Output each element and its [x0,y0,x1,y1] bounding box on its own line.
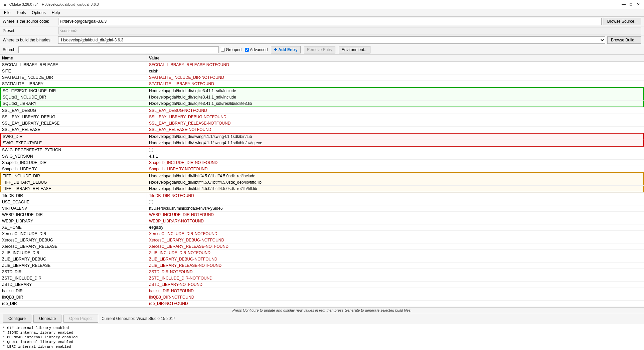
table-row[interactable]: rdb_DIRrdb_DIR-NOTFOUND [0,301,644,307]
plus-icon: ✚ [274,47,277,52]
table-row[interactable]: XercesC_LIBRARY_DEBUGXercesC_LIBRARY_DEB… [0,237,644,243]
menu-bar: File Tools Options Help [0,9,644,17]
row-value [147,147,644,153]
table-row[interactable]: SPATIALITE_LIBRARYSPATIALITE_LIBRARY-NOT… [0,81,644,87]
search-label: Search: [3,47,16,52]
row-value [147,199,644,205]
table-row[interactable]: TIFF_LIBRARY_DEBUGH:/develop/gdal/buid_d… [0,179,644,186]
build-select[interactable]: H:/develop/gdal/buid_dir/gdal-3.6.3 [58,36,605,44]
table-row[interactable]: libQB3_DIRlibQB3_DIR-NOTFOUND [0,294,644,301]
browse-build-button[interactable]: Browse Build... [607,36,641,44]
table-row[interactable]: SSL_EAY_LIBRARY_RELEASESSL_EAY_LIBRARY_R… [0,120,644,127]
table-row[interactable]: ZLIB_LIBRARY_DEBUGZLIB_LIBRARY_DEBUG-NOT… [0,256,644,262]
table-row[interactable]: SITEcuish [0,68,644,74]
row-value: ZLIB_LIBRARY_RELEASE-NOTFOUND [147,262,644,269]
advanced-checkbox[interactable] [245,48,249,52]
table-row[interactable]: XercesC_LIBRARY_RELEASEXercesC_LIBRARY_R… [0,243,644,250]
table-row[interactable]: SWIG_REGENERATE_PYTHON [0,147,644,153]
search-input[interactable] [18,46,219,53]
table-header: Name Value [0,55,644,62]
table-row[interactable]: WEBP_INCLUDE_DIRWEBP_INCLUDE_DIR-NOTFOUN… [0,212,644,218]
table-row[interactable]: ZLIB_INCLUDE_DIRZLIB_INCLUDE_DIR-NOTFOUN… [0,250,644,256]
minimize-button[interactable]: — [621,1,627,7]
row-value: H:/develop/gdal/buid_dir/swing4.1.1/swin… [147,133,644,140]
row-value: ZLIB_LIBRARY_DEBUG-NOTFOUND [147,256,644,262]
table-row[interactable]: SWIG_EXECUTABLEH:/develop/gdal/buid_dir/… [0,140,644,147]
table-row[interactable]: SQLITE3EXT_INCLUDE_DIRH:/develop/gdal/bu… [0,87,644,94]
status-bar: Press Configure to update and display ne… [0,307,644,313]
source-input[interactable] [58,18,602,25]
close-button[interactable]: ✕ [635,1,641,7]
menu-file[interactable]: File [1,10,13,16]
table-row[interactable]: WEBP_LIBRARYWEBP_LIBRARY-NOTFOUND [0,218,644,224]
open-project-button[interactable]: Open Project [63,315,98,323]
menu-options[interactable]: Options [29,10,48,16]
row-name: SSL_EAY_LIBRARY_RELEASE [0,120,147,126]
table-row[interactable]: VIRTUALENVh:/Users/cui.sh/miniconda3/env… [0,205,644,212]
preset-input[interactable] [58,27,641,34]
table-row[interactable]: XercesC_INCLUDE_DIRXercesC_INCLUDE_DIR-N… [0,231,644,237]
log-line: * LERC internal library enabled [3,344,641,349]
table-row[interactable]: SPATIALITE_INCLUDE_DIRSPATIALITE_INCLUDE… [0,74,644,81]
table-row[interactable]: ZSTD_LIBRARYZSTD_LIBRARY-NOTFOUND [0,282,644,288]
row-name: XercesC_LIBRARY_DEBUG [0,237,147,243]
row-value: H:/develop/gdal/buid_dir/libtiff4.5.0/li… [147,186,644,192]
grouped-checkbox-label[interactable]: Grouped [221,47,241,52]
value-header: Value [147,55,644,61]
row-name: SQLite3_INCLUDE_DIR [0,94,147,100]
maximize-button[interactable]: □ [628,1,634,7]
table-row[interactable]: SWIG_DIRH:/develop/gdal/buid_dir/swing4.… [0,133,644,140]
generate-button[interactable]: Generate [33,315,61,323]
table-row[interactable]: TIFF_INCLUDE_DIRH:/develop/gdal/buid_dir… [0,172,644,179]
add-entry-button[interactable]: ✚ Add Entry [271,46,300,53]
table-row[interactable]: ZSTD_DIRZSTD_DIR-NOTFOUND [0,269,644,275]
row-name: XercesC_INCLUDE_DIR [0,231,147,237]
button-bar: Configure Generate Open Project Current … [0,313,644,324]
row-name: SPATIALITE_INCLUDE_DIR [0,74,147,80]
row-name: TIFF_LIBRARY_RELEASE [0,186,147,192]
row-value: h:/Users/cui.sh/miniconda3/envs/PySide6 [147,205,644,211]
table-row[interactable]: SFCGAL_LIBRARY_RELEASESFCGAL_LIBRARY_REL… [0,62,644,68]
table-row[interactable]: ZSTD_INCLUDE_DIRZSTD_INCLUDE_DIR-NOTFOUN… [0,275,644,282]
grouped-checkbox[interactable] [221,48,225,52]
remove-entry-button[interactable]: Remove Entry [304,46,335,53]
title-bar: ▲ CMake 3.26.0-rc4 - H:/develop/gdal/bui… [0,0,644,9]
row-checkbox[interactable] [149,200,153,204]
table-row[interactable]: SSL_EAY_LIBRARY_DEBUGSSL_EAY_LIBRARY_DEB… [0,114,644,120]
table-row[interactable]: SSL_EAY_RELEASESSL_EAY_RELEASE-NOTFOUND [0,127,644,133]
table-row[interactable]: XE_HOME/registry [0,224,644,231]
table-row[interactable]: TileDB_DIRTileDB_DIR-NOTFOUND [0,193,644,199]
table-row[interactable]: SSL_EAY_DEBUGSSL_EAY_DEBUG-NOTFOUND [0,108,644,114]
menu-tools[interactable]: Tools [14,10,28,16]
row-name: libQB3_DIR [0,294,147,300]
build-label: Where to build the binaries: [3,38,56,42]
search-bar: Search: Grouped Advanced ✚ Add Entry Rem… [0,45,644,55]
table-area: Name Value SFCGAL_LIBRARY_RELEASESFCGAL_… [0,55,644,307]
browse-source-button[interactable]: Browse Source... [604,18,641,25]
menu-help[interactable]: Help [49,10,63,16]
advanced-checkbox-label[interactable]: Advanced [245,47,268,52]
table-row[interactable]: SWIG_VERSION4.1.1 [0,153,644,160]
table-row[interactable]: ZLIB_LIBRARY_RELEASEZLIB_LIBRARY_RELEASE… [0,262,644,269]
row-name: rdb_DIR [0,301,147,307]
row-value: ZSTD_LIBRARY-NOTFOUND [147,282,644,288]
row-value: SSL_EAY_RELEASE-NOTFOUND [147,127,644,133]
table-row[interactable]: USE_CCACHE [0,199,644,205]
environment-button[interactable]: Environment... [339,46,370,53]
row-checkbox[interactable] [149,148,153,152]
table-row[interactable]: basisu_DIRbasisu_DIR-NOTFOUND [0,288,644,294]
table-row[interactable]: SQLite3_LIBRARYH:/develop/gdal/buid_dir/… [0,101,644,108]
row-value: 4.1.1 [147,153,644,159]
row-name: SWIG_REGENERATE_PYTHON [0,147,147,153]
row-value: Shapelib_INCLUDE_DIR-NOTFOUND [147,160,644,166]
row-name: SWIG_VERSION [0,153,147,159]
table-row[interactable]: Shapelib_INCLUDE_DIRShapelib_INCLUDE_DIR… [0,160,644,166]
row-name: SWIG_EXECUTABLE [0,140,147,147]
row-name: USE_CCACHE [0,199,147,205]
configure-button[interactable]: Configure [3,315,31,323]
row-value: H:/develop/gdal/buid_dir/libtiff4.5.0/li… [147,172,644,179]
table-row[interactable]: SQLite3_INCLUDE_DIRH:/develop/gdal/buid_… [0,94,644,101]
table-row[interactable]: Shapelib_LIBRARYShapelib_LIBRARY-NOTFOUN… [0,166,644,172]
log-line: * GIF internal library enabled [3,326,641,330]
table-row[interactable]: TIFF_LIBRARY_RELEASEH:/develop/gdal/buid… [0,186,644,193]
